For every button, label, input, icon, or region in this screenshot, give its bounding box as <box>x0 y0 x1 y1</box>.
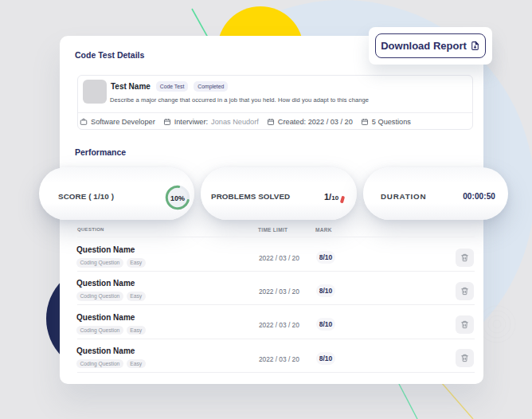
svg-text:10%: 10% <box>170 194 185 202</box>
